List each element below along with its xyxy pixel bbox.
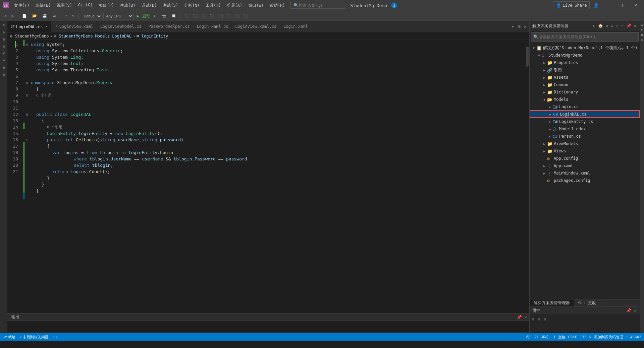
menu-project[interactable]: 项目(P) [96,1,117,10]
tab-loginxamlcs[interactable]: Login.xaml.cs [193,21,232,32]
window-layout-button[interactable]: 🔲 [169,13,178,19]
fold-icon-9[interactable]: ⊟ [26,92,30,98]
code-line-12[interactable]: ⊟ public int GetLogin (string userName ,… [25,137,525,143]
screenshot-button[interactable]: 📷 [159,13,168,19]
debug-mode-select[interactable]: Debug [81,13,102,19]
tree-model1edmx[interactable]: ▶ ⬡ Model1.edmx [530,125,640,133]
status-port[interactable]: ↑ 45603 [626,335,641,339]
activity-icon-6[interactable]: ≡ [2,57,6,64]
tree-packagesconfig[interactable]: ▶ ⚙ packages.config [530,177,640,184]
tab-pin-button[interactable]: ⊟ [516,23,522,30]
code-line-8[interactable]: { [25,86,525,92]
toolbar-icon-5[interactable]: ⬛ [217,13,224,19]
activity-icon-7[interactable]: ⊞ [2,64,6,71]
toolbar-icon-7[interactable]: ⬛ [233,13,241,19]
status-line[interactable]: 行: 21 [526,335,539,340]
output-tab[interactable]: 输出 [7,314,23,321]
activity-icon-5[interactable]: ▼ [2,50,6,57]
tree-appxaml[interactable]: ▶ ⋮ App.xaml [530,162,640,169]
tab-logindalcs[interactable]: C# LoginDAL.cs ✕ [7,21,51,32]
output-pin-btn[interactable]: 📌 [516,314,523,320]
code-line-9[interactable]: ⊟ 0 个引用 [25,92,525,111]
status-git[interactable]: ⎇ 就绪 [3,335,15,340]
tree-logindalcs[interactable]: ▶ C# LoginDAL.cs [530,111,640,118]
tab-loginxaml[interactable]: Login.xaml [280,21,311,32]
output-close-btn[interactable]: ✕ [524,314,528,320]
code-line-20[interactable]: } [25,188,525,194]
tree-properties[interactable]: ▶ 📁 Properties [530,59,640,66]
menu-tools[interactable]: 工具(T) [203,1,224,10]
right-sidebar-icon-3[interactable]: ■ [640,32,644,37]
code-line-13[interactable]: { [25,143,525,149]
sol-toolbar-4[interactable]: ⋯ [620,23,625,29]
activity-icon-8[interactable]: ⊟ [2,71,6,78]
toolbar-icon-4[interactable]: ⬛ [208,13,216,19]
tab-split-button[interactable]: ✕ [523,23,528,30]
menu-edit[interactable]: 编辑(E) [33,1,54,10]
status-zoom[interactable]: 133 % [580,335,591,339]
panel-resize-handle[interactable] [7,332,529,333]
toolbar-icon-8[interactable]: ⬛ [242,13,250,19]
menu-analyze[interactable]: 分析(N) [181,1,202,10]
code-line-17[interactable]: return logins .Count(); [25,168,525,175]
status-col[interactable]: 字符: 1 [541,335,555,340]
code-line-9b[interactable]: ⊟ public class LoginDAL [25,111,525,118]
bottom-tab-solution-explorer[interactable]: 解决方案资源管理器 [530,299,574,307]
tree-viewmodels[interactable]: ▶ 📁 ViewModels [530,140,640,147]
tree-views[interactable]: ▶ 📁 Views [530,147,640,155]
activity-icon-1[interactable]: ≡ [2,22,6,28]
activity-icon-3[interactable]: ⊞ [2,36,6,43]
sol-toolbar-2[interactable]: ≡ [610,23,614,29]
bottom-tab-git[interactable]: Git 更改 [574,299,600,307]
code-line-6[interactable] [25,73,525,79]
code-line-21[interactable] [25,194,525,200]
tab-loginviewxamlcs[interactable]: LoginView.xaml.cs [232,21,280,32]
code-line-1[interactable]: ⊟ using System; [25,41,525,48]
code-line-5[interactable]: using System.Threading.Tasks; [25,67,525,73]
tree-dictionary[interactable]: ▶ 📁 Dictionary [530,88,640,96]
props-pin-btn[interactable]: 📌 [625,307,632,314]
right-sidebar-icon-1[interactable]: ▲ [640,22,644,27]
solution-search-box[interactable]: 🔍 [531,32,639,42]
activity-icon-2[interactable]: ⊕ [2,29,6,36]
status-line-ending[interactable]: CRLF [568,335,577,339]
menu-file[interactable]: 文件(F) [11,1,32,10]
home-icon[interactable]: 🏠 [597,23,604,29]
breadcrumb-project[interactable]: ⚙ StudentMgrDemo [10,34,49,39]
sol-close-btn[interactable]: ✕ [633,23,637,29]
code-line-4[interactable]: using System.Text; [25,60,525,67]
code-line-3[interactable]: using System.Linq; [25,54,525,60]
status-check[interactable]: ✓ 未找到相关问题 [19,335,49,340]
status-spaces[interactable]: 空格 [558,335,566,340]
toolbar-icon-1[interactable]: ⬛ [183,13,191,19]
maximize-button[interactable]: □ [618,1,629,10]
code-line-2[interactable]: using System.Collections.Generic; [25,48,525,54]
redo-button[interactable]: ↪ [70,13,76,19]
toolbar-icon-3[interactable]: ⬛ [200,13,208,19]
menu-git[interactable]: Git(G) [75,1,95,10]
tree-mainwindowxaml[interactable]: ▶ ⋮ MainWindow.xaml [530,169,640,177]
tree-refs[interactable]: ▶ 🔗 引用 [530,66,640,74]
tree-common[interactable]: ▶ 📁 Common [530,81,640,88]
tab-passwordhelpercs[interactable]: PasswordHelper.cs [145,21,194,32]
tree-login-cs[interactable]: ▶ C# Login.cs [530,103,640,111]
fold-icon-9b[interactable]: ⊟ [26,111,30,118]
activity-icon-4[interactable]: ⊟ [2,43,6,50]
sol-toolbar-3[interactable]: ↔ [615,23,619,29]
sol-pin-btn[interactable]: 📌 [625,23,632,29]
code-line-10[interactable]: { [25,118,525,124]
scrollbar-thumb[interactable] [526,47,529,67]
fold-icon-12[interactable]: ⊟ [26,137,30,143]
code-editor[interactable]: 1 2 3 4 5 6 7 8 9 10 11 12 13 14 15 16 1… [7,40,529,313]
sol-toolbar-1[interactable]: ⚙ [605,23,609,29]
props-icon-3[interactable]: ⚙ [542,316,547,322]
forward-button[interactable]: ▷ [10,13,16,19]
code-line-16[interactable]: select tblogin; [25,162,525,168]
menu-build[interactable]: 生成(B) [117,1,138,10]
toolbar-icon-2[interactable]: ⬛ [192,13,199,19]
back-button[interactable]: ◁ [2,13,8,19]
code-content[interactable]: ⊟ using System; using System.Collections… [25,40,525,313]
menu-debug[interactable]: 调试(D) [139,1,160,10]
close-button[interactable]: ✕ [631,1,641,10]
tree-appconfig[interactable]: ▶ ⚙ App.config [530,155,640,162]
